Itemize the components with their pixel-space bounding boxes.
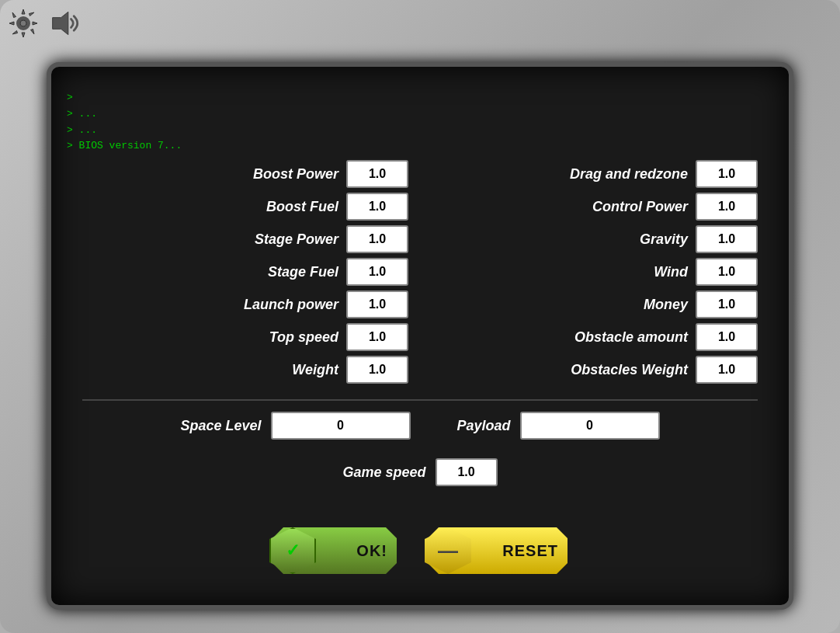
payload-input[interactable] [520, 412, 660, 440]
sound-icon[interactable] [50, 6, 84, 40]
left-param-input-0[interactable] [346, 160, 408, 188]
right-param-label-4: Money [432, 297, 688, 313]
params-grid: Boost Power Drag and redzone Boost Fuel … [82, 160, 758, 384]
right-param-label-0: Drag and redzone [432, 166, 688, 183]
left-param-row-6: Weight [82, 356, 408, 384]
right-param-input-6[interactable] [696, 356, 758, 384]
right-param-row-0: Drag and redzone [432, 160, 758, 188]
left-param-input-3[interactable] [346, 258, 408, 286]
space-level-label: Space Level [180, 418, 261, 434]
right-param-row-2: Gravity [432, 225, 758, 253]
right-param-input-2[interactable] [696, 225, 758, 253]
game-speed-field: Game speed [342, 458, 497, 486]
terminal-text: > > ... > ... > BIOS version 7... [67, 90, 182, 155]
left-param-row-3: Stage Fuel [82, 258, 408, 286]
right-param-row-5: Obstacle amount [432, 323, 758, 351]
payload-label: Payload [457, 418, 511, 434]
left-param-row-2: Stage Power [82, 225, 408, 253]
left-param-label-4: Launch power [82, 297, 338, 313]
left-param-row-0: Boost Power [82, 160, 408, 188]
left-param-row-1: Boost Fuel [82, 193, 408, 221]
left-param-label-2: Stage Power [82, 231, 338, 248]
right-param-label-3: Wind [432, 264, 688, 280]
right-param-label-6: Obstacles Weight [432, 362, 688, 378]
left-param-input-4[interactable] [346, 290, 408, 318]
space-level-input[interactable] [271, 412, 411, 440]
ok-button[interactable]: ✓ OK! [272, 527, 397, 574]
right-param-label-1: Control Power [432, 199, 688, 215]
right-param-input-1[interactable] [696, 193, 758, 221]
left-param-label-6: Weight [82, 362, 338, 378]
right-param-row-4: Money [432, 290, 758, 318]
right-param-row-6: Obstacles Weight [432, 356, 758, 384]
screen: > > ... > ... > BIOS version 7... Boost … [47, 62, 793, 610]
right-param-input-3[interactable] [696, 258, 758, 286]
left-param-input-6[interactable] [346, 356, 408, 384]
left-param-label-5: Top speed [82, 329, 338, 346]
right-param-label-2: Gravity [432, 231, 688, 248]
left-param-input-1[interactable] [346, 193, 408, 221]
settings-icon[interactable] [6, 6, 40, 40]
bottom-fields-row: Space Level Payload [180, 412, 659, 440]
left-param-input-2[interactable] [346, 225, 408, 253]
main-content: Boost Power Drag and redzone Boost Fuel … [82, 160, 758, 590]
divider [82, 399, 758, 401]
right-param-input-5[interactable] [696, 323, 758, 351]
left-param-label-1: Boost Fuel [82, 199, 338, 215]
right-param-row-1: Control Power [432, 193, 758, 221]
right-param-input-0[interactable] [696, 160, 758, 188]
left-param-row-5: Top speed [82, 323, 408, 351]
right-param-input-4[interactable] [696, 290, 758, 318]
top-bar [6, 6, 84, 40]
left-param-label-0: Boost Power [82, 166, 338, 183]
right-param-row-3: Wind [432, 258, 758, 286]
game-speed-input[interactable] [436, 458, 498, 486]
game-speed-label: Game speed [342, 464, 425, 481]
buttons-row: ✓ OK! — RESET [51, 527, 789, 574]
left-param-row-4: Launch power [82, 290, 408, 318]
monitor-bezel: > > ... > ... > BIOS version 7... Boost … [0, 0, 840, 633]
left-param-label-3: Stage Fuel [82, 264, 338, 280]
left-param-input-5[interactable] [346, 323, 408, 351]
right-param-label-5: Obstacle amount [432, 329, 688, 346]
svg-point-2 [20, 20, 26, 26]
svg-marker-3 [53, 12, 68, 34]
ok-button-label: OK! [356, 542, 387, 560]
reset-button-label: RESET [502, 542, 558, 560]
payload-field: Payload [457, 412, 660, 440]
space-level-field: Space Level [180, 412, 410, 440]
reset-button[interactable]: — RESET [428, 527, 568, 574]
